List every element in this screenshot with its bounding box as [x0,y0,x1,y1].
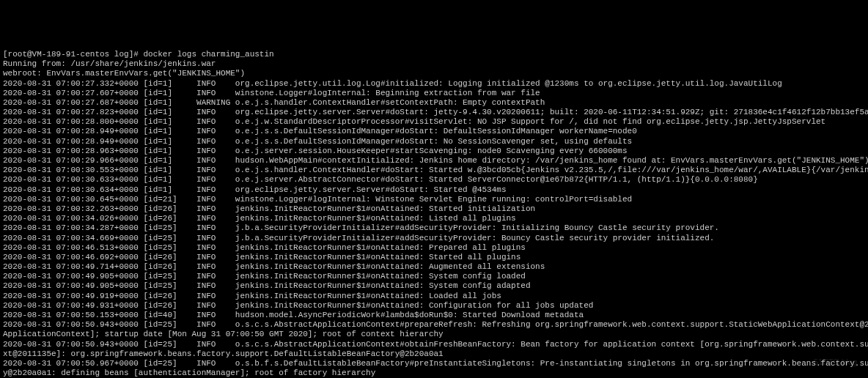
terminal-output[interactable]: [root@VM-189-91-centos log]# docker logs… [3,40,865,378]
log-line: webroot: EnvVars.masterEnvVars.get("JENK… [3,69,865,78]
log-line: 2020-08-31 07:00:50.943+0000 [id=25] INF… [3,320,865,330]
log-line: xt@2011135e]: org.springframework.beans.… [3,349,865,359]
log-line: 2020-08-31 07:00:49.931+0000 [id=26] INF… [3,301,865,311]
log-line: 2020-08-31 07:00:28.949+0000 [id=1] INFO… [3,127,865,136]
log-line: y@2b20a0a1: defining beans [authenticati… [3,368,865,378]
watermark-label: 51CTO blog [814,357,857,367]
log-line: 2020-08-31 07:00:49.919+0000 [id=26] INF… [3,292,865,301]
log-line: ApplicationContext]; startup date [Mon A… [3,330,865,339]
log-line: 2020-08-31 07:00:46.692+0000 [id=26] INF… [3,253,865,262]
log-line: 2020-08-31 07:00:29.966+0000 [id=1] INFO… [3,156,865,166]
log-line: 2020-08-31 07:00:30.634+0000 [id=1] INFO… [3,185,865,195]
log-line: 2020-08-31 07:00:34.026+0000 [id=26] INF… [3,214,865,223]
log-line: 2020-08-31 07:00:49.714+0000 [id=26] INF… [3,262,865,272]
log-line: 2020-08-31 07:00:32.263+0000 [id=26] INF… [3,204,865,214]
log-line: 2020-08-31 07:00:46.513+0000 [id=25] INF… [3,243,865,253]
log-line: 2020-08-31 07:00:50.153+0000 [id=40] INF… [3,311,865,320]
log-line: 2020-08-31 07:00:34.287+0000 [id=25] INF… [3,223,865,233]
log-line: 2020-08-31 07:00:27.823+0000 [id=1] INFO… [3,108,865,117]
log-line: 2020-08-31 07:00:27.332+0000 [id=1] INFO… [3,79,865,89]
log-line: 2020-08-31 07:00:28.800+0000 [id=1] INFO… [3,117,865,127]
log-line: 2020-08-31 07:00:30.645+0000 [id=21] INF… [3,195,865,204]
log-line: Running from: /usr/share/jenkins/jenkins… [3,59,865,69]
log-line: 2020-08-31 07:00:30.553+0000 [id=1] INFO… [3,166,865,175]
log-line: 2020-08-31 07:00:34.669+0000 [id=25] INF… [3,234,865,243]
log-line: 2020-08-31 07:00:28.963+0000 [id=1] INFO… [3,147,865,156]
log-line: 2020-08-31 07:00:27.607+0000 [id=1] INFO… [3,89,865,98]
log-line: 2020-08-31 07:00:49.905+0000 [id=25] INF… [3,281,865,291]
log-line: 2020-08-31 07:00:49.905+0000 [id=25] INF… [3,272,865,281]
log-line: 2020-08-31 07:00:50.943+0000 [id=25] INF… [3,340,865,349]
command-prompt: [root@VM-189-91-centos log]# docker logs… [3,50,865,59]
log-line: 2020-08-31 07:00:28.949+0000 [id=1] INFO… [3,137,865,147]
log-line: 2020-08-31 07:00:30.633+0000 [id=1] INFO… [3,175,865,185]
log-line: 2020-08-31 07:00:27.687+0000 [id=1] WARN… [3,98,865,108]
log-line: 2020-08-31 07:00:50.967+0000 [id=25] INF… [3,359,865,368]
